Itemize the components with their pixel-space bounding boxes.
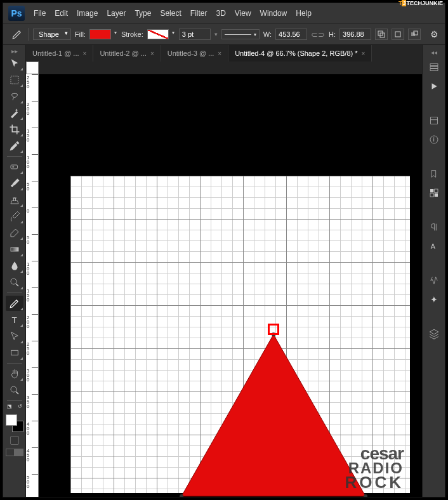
svg-rect-16 — [430, 64, 438, 66]
tab-untitled-3[interactable]: Untitled-3 @ ...× — [161, 45, 228, 62]
gradient-tool[interactable] — [6, 242, 23, 257]
hand-tool[interactable] — [6, 366, 23, 381]
history-panel-icon[interactable] — [426, 60, 442, 75]
vertical-ruler[interactable]: 2502001501005005010015020025030035040045… — [26, 74, 39, 497]
color-swatches[interactable] — [6, 414, 23, 432]
menu-bar: Ps File Edit Image Layer Type Select Fil… — [3, 3, 445, 23]
close-icon[interactable]: × — [218, 50, 221, 57]
stroke-label: Stroke: — [121, 30, 143, 38]
stroke-weight-dropdown-icon[interactable]: ▾ — [214, 31, 218, 37]
close-icon[interactable]: × — [83, 50, 87, 57]
swap-colors-icon[interactable]: ⬔↺ — [7, 404, 22, 409]
close-icon[interactable]: × — [362, 50, 366, 57]
stroke-style-dropdown[interactable]: ▾ — [221, 29, 260, 39]
zoom-tool[interactable] — [6, 383, 23, 398]
svg-point-11 — [11, 386, 16, 392]
ruler-origin[interactable] — [26, 62, 39, 74]
watermark-cesar: cesar RADIO ROCK — [345, 445, 404, 490]
width-label: W: — [263, 30, 272, 38]
svg-rect-25 — [434, 194, 437, 197]
history-brush-tool[interactable] — [6, 209, 23, 224]
gear-icon[interactable]: ⚙ — [430, 29, 438, 39]
close-icon[interactable]: × — [150, 50, 154, 57]
menu-3d[interactable]: 3D — [216, 9, 225, 18]
svg-rect-10 — [11, 350, 18, 355]
tab-untitled-1[interactable]: Untitled-1 @ ...× — [26, 45, 93, 62]
svg-text:i: i — [433, 136, 434, 143]
crop-tool[interactable] — [6, 122, 23, 137]
svg-rect-17 — [430, 67, 438, 69]
tab-untitled-4[interactable]: Untitled-4 @ 66.7% (Shape 2, RGB/8) *× — [228, 45, 372, 62]
healing-brush-tool[interactable] — [6, 159, 23, 174]
path-operations-button[interactable] — [375, 29, 388, 40]
tab-untitled-2[interactable]: Untitled-2 @ ...× — [93, 45, 161, 62]
marquee-tool[interactable] — [6, 72, 23, 88]
quick-mask-toggle[interactable] — [10, 436, 19, 445]
menu-view[interactable]: View — [235, 9, 251, 18]
menu-edit[interactable]: Edit — [55, 9, 68, 18]
triangle-shape[interactable] — [178, 331, 369, 497]
layers-panel-icon[interactable] — [426, 326, 442, 341]
menu-help[interactable]: Help — [296, 9, 312, 18]
dodge-tool[interactable] — [6, 275, 23, 290]
canvas: cesar RADIO ROCK — [70, 176, 410, 493]
rectangle-tool[interactable] — [6, 345, 23, 360]
menu-filter[interactable]: Filter — [190, 9, 208, 18]
path-alignment-button[interactable] — [392, 29, 404, 40]
play-panel-icon[interactable] — [426, 79, 442, 94]
ps-logo[interactable]: Ps — [8, 6, 25, 21]
toolbar-collapse-icon[interactable]: ▸▸ — [11, 48, 18, 55]
menu-window[interactable]: Window — [260, 9, 287, 18]
swatches-panel-icon[interactable] — [426, 185, 442, 201]
svg-rect-22 — [430, 189, 433, 192]
color-panel-icon[interactable] — [426, 166, 442, 181]
tools-panel: ▸▸ T ⬔↺ — [3, 45, 26, 497]
height-input[interactable] — [339, 29, 371, 40]
anchor-point-selection[interactable] — [268, 324, 279, 335]
path-selection-tool[interactable] — [6, 329, 23, 344]
tool-mode-dropdown[interactable]: Shape — [33, 29, 71, 40]
menu-select[interactable]: Select — [160, 9, 181, 18]
screen-mode-toggle[interactable] — [6, 449, 23, 456]
menu-layer[interactable]: Layer — [107, 9, 126, 18]
stroke-swatch[interactable] — [147, 29, 169, 39]
eraser-tool[interactable] — [6, 225, 23, 240]
fill-label: Fill: — [75, 30, 86, 38]
svg-rect-5 — [11, 76, 18, 84]
type-tool[interactable]: T — [6, 312, 23, 327]
adjustments-panel-icon[interactable] — [426, 273, 442, 288]
path-arrangement-button[interactable] — [408, 29, 421, 40]
styles-panel-icon[interactable]: ✦ — [426, 292, 442, 307]
brush-tool[interactable] — [6, 176, 23, 191]
width-input[interactable] — [275, 29, 307, 40]
svg-rect-19 — [430, 117, 437, 124]
pen-tool-icon[interactable] — [10, 28, 25, 41]
panel-expand-icon[interactable]: ◂◂ — [431, 49, 437, 56]
svg-rect-3 — [411, 32, 415, 36]
blur-tool[interactable] — [6, 258, 23, 273]
svg-rect-7 — [11, 247, 18, 251]
svg-text:T: T — [11, 315, 16, 325]
svg-rect-23 — [434, 189, 437, 192]
move-tool[interactable] — [6, 56, 23, 71]
svg-rect-24 — [430, 194, 433, 197]
lasso-tool[interactable] — [6, 89, 23, 104]
eyedropper-tool[interactable] — [6, 138, 23, 154]
clone-stamp-tool[interactable] — [6, 192, 23, 207]
properties-panel-icon[interactable] — [426, 113, 442, 128]
options-bar: Shape Fill: Stroke: ▾ ▾ W: ⊂⊃ H: ⚙ — [3, 23, 445, 45]
canvas-viewport[interactable]: cesar RADIO ROCK — [39, 74, 422, 497]
info-panel-icon[interactable]: i — [426, 132, 442, 147]
character-panel-icon[interactable]: A — [426, 239, 442, 254]
link-icon[interactable]: ⊂⊃ — [311, 30, 325, 39]
magic-wand-tool[interactable] — [6, 105, 23, 121]
menu-type[interactable]: Type — [135, 9, 151, 18]
pen-tool[interactable] — [6, 296, 23, 311]
fill-swatch[interactable] — [89, 29, 111, 39]
stroke-weight-input[interactable] — [179, 29, 211, 40]
menu-file[interactable]: File — [34, 9, 46, 18]
menu-image[interactable]: Image — [77, 9, 98, 18]
paragraph-panel-icon[interactable] — [426, 220, 442, 235]
document-area: Untitled-1 @ ...× Untitled-2 @ ...× Unti… — [26, 45, 422, 497]
app-window: Ps File Edit Image Layer Type Select Fil… — [3, 3, 445, 497]
